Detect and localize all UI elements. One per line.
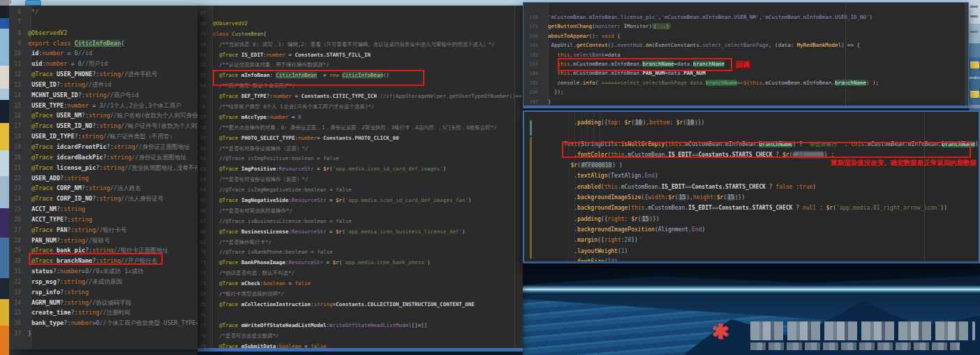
- code-line[interactable]: 78 /*是否可点击提交数据*/: [198, 331, 523, 342]
- code-line[interactable]: 24 @Trace CORP_ID_NO?:string//法人身份证号: [9, 194, 198, 204]
- code-line[interactable]: .backgroundImagePosition(Alignment.End): [524, 224, 979, 235]
- code-line[interactable]: 20 @Trace idcardBackPic?:string//身份证反面图地…: [9, 152, 198, 163]
- dock-icon-sliver[interactable]: [0, 6, 9, 18]
- code-line[interactable]: 170'mCustomBean.mInfoBean.license_pic','…: [524, 13, 968, 22]
- code-line[interactable]: .padding({top: $r(10),bottom: $r(10)}): [524, 117, 979, 128]
- code-line[interactable]: .layoutWeight(1): [524, 246, 979, 256]
- code-line[interactable]: 17 @Trace USER_ID_NO?:string//账户证件号(收款为个…: [9, 121, 198, 131]
- code-line[interactable]: [524, 128, 979, 138]
- code-line[interactable]: 32 rsp_msg?:string//未成功原因: [9, 277, 198, 287]
- code-line[interactable]: 48@ObservedV2: [198, 19, 523, 29]
- code-line[interactable]: 7: [9, 17, 198, 28]
- code-line[interactable]: 50 /**当前状态 0: 填写，1: 编辑,2: 查看（只可查看不可编辑。在认…: [198, 40, 523, 50]
- code-line[interactable]: 62 @Trace ImgPositive:ResourceStr = $r('…: [198, 164, 523, 175]
- code-line[interactable]: 16 @Trace USER_NM?:string//账户名称(收款为个人则写身…: [9, 110, 198, 121]
- code-line[interactable]: 10 id:number = 0//id: [9, 48, 198, 59]
- code-line[interactable]: 21 @Trace license_pic?:string//营业执照图地址,没…: [9, 163, 198, 173]
- code-line[interactable]: 57 @Trace mAccType:number = 0: [198, 113, 523, 123]
- code-line[interactable]: .backgroundImageSize({width:$r(15),heigh…: [524, 192, 979, 203]
- dock-icon-sliver[interactable]: [0, 89, 9, 100]
- folder-icon[interactable]: [25, 0, 41, 6]
- code-line[interactable]: 70 //@Trace isBankPhone:boolean = false: [198, 247, 523, 258]
- code-line[interactable]: 14 MCHNT_USER_ID?:string//商户号id: [9, 90, 198, 101]
- dock-icon-sliver[interactable]: [0, 176, 9, 208]
- dock-icon-sliver[interactable]: [0, 208, 9, 238]
- dock-icon-sliver[interactable]: [0, 29, 9, 66]
- code-line[interactable]: 171getButtonChang(monitor: IMonitor){...…: [524, 22, 968, 31]
- code-line[interactable]: 25 ACCT_NM?:string: [9, 204, 198, 215]
- code-line[interactable]: 196 });: [524, 87, 968, 96]
- code-line[interactable]: 190aboutToAppear(): void {: [524, 31, 968, 41]
- code-line[interactable]: 37}: [9, 328, 198, 339]
- code-line[interactable]: 27 @Trace PAN?:string//银行卡号: [9, 225, 198, 236]
- code-line[interactable]: .padding({right: $r(15)}): [524, 214, 979, 224]
- code-line[interactable]: 191 AppUtil.getContext().eventHub.on(Eve…: [524, 41, 968, 50]
- code-line[interactable]: 77 @Trace mWriteOffStateHeadListModel:Wr…: [198, 321, 523, 331]
- dock-icon-sliver[interactable]: [0, 100, 9, 123]
- code-line[interactable]: .backgroundImage(this.mCustomBean.IS_EDI…: [524, 203, 979, 213]
- code-line[interactable]: 35 create_time?:string//注册时间: [9, 307, 198, 318]
- code-line[interactable]: 47: [198, 8, 523, 19]
- code-line[interactable]: 63 /**是否有对省份证做操作（反面）*/: [198, 175, 523, 185]
- dock-icon-sliver[interactable]: [0, 18, 9, 29]
- code-line[interactable]: 60 /**是否有对身份证做操作（正面）*/: [198, 144, 523, 154]
- code-line[interactable]: 73 @Trace mCheck:boolean = false: [198, 279, 523, 289]
- code-line[interactable]: 74 /*银行卡类型选择的说明*/: [198, 289, 523, 300]
- code-line[interactable]: 195 console.info(`======select_selectBan…: [524, 78, 968, 87]
- code-line[interactable]: 76: [198, 310, 523, 321]
- code-line[interactable]: 56 /**结算账户类型 0个人 1企业(只有个体工商户才有这个选择)*/: [198, 102, 523, 113]
- desktop-folder-icon[interactable]: [970, 61, 979, 68]
- scrollbar[interactable]: [965, 3, 968, 106]
- code-line[interactable]: 33 rsp_info?:string: [9, 287, 198, 298]
- code-editor-eventhub[interactable]: 170'mCustomBean.mInfoBean.license_pic','…: [524, 3, 968, 106]
- code-line[interactable]: 49class CustomBean{: [198, 29, 523, 40]
- dock-icon-sliver[interactable]: [0, 123, 9, 150]
- code-line[interactable]: .fontSize(14): [524, 256, 979, 261]
- code-line[interactable]: 34 AGRM_NUM?:string//协议编码字段: [9, 298, 198, 308]
- desktop-folder-icon[interactable]: [970, 91, 979, 98]
- code-line[interactable]: 55 @Trace DEF_TYPE?:number = Constants.C…: [198, 92, 523, 102]
- code-line[interactable]: 67 //@Trace isBusinessLicense:boolean = …: [198, 217, 523, 227]
- dock-icon-sliver[interactable]: [0, 150, 9, 176]
- code-line[interactable]: 69 /**是否操作银行卡*/: [198, 238, 523, 248]
- code-editor-custombean[interactable]: 4748@ObservedV249class CustomBean{50 /**…: [198, 6, 523, 348]
- code-line[interactable]: .margin({right:20}): [524, 235, 979, 245]
- code-line[interactable]: 51 @Trace IS_EDIT:number = Constants.STA…: [198, 50, 523, 61]
- code-line[interactable]: 19 @Trace idcardFrontPic?:string//身份证正面图…: [9, 142, 198, 152]
- dock-icon-sliver[interactable]: [0, 278, 9, 299]
- code-line[interactable]: 28 PAN_NUM?:string//银联号: [9, 236, 198, 246]
- code-editor-text-builder[interactable]: .padding({top: $r(10),bottom: $r(10)}) T…: [524, 112, 979, 261]
- code-line[interactable]: .enabled(this.mCustomBean.IS_EDIT==Const…: [524, 182, 979, 192]
- code-line[interactable]: 8@ObservedV2: [9, 28, 198, 38]
- code-line[interactable]: 61 //@Trace isImgPositive:boolean = fals…: [198, 154, 523, 164]
- code-line[interactable]: 6 */: [9, 7, 198, 17]
- code-line[interactable]: 59 @Trace PHOTO_SELECT_TYPE:number= Cons…: [198, 133, 523, 144]
- code-line[interactable]: 64 //@Trace isImgNegativeSide:boolean = …: [198, 185, 523, 196]
- dock-icon-sliver[interactable]: [0, 66, 9, 89]
- code-line[interactable]: .textAlign(TextAlign.End): [524, 171, 979, 181]
- dock-icon-sliver[interactable]: [0, 238, 9, 278]
- code-line[interactable]: 36 bank_type?:number=0//个体工商户收款类型 USER_T…: [9, 318, 198, 328]
- code-line[interactable]: 71 @Trace BankPhoneImage:ResourceStr = $…: [198, 258, 523, 268]
- code-line[interactable]: 31 status?:number=0//0=未成功 1=成功: [9, 266, 198, 277]
- code-line[interactable]: 66 /**是否有对营业执照做操作*/: [198, 206, 523, 217]
- code-line[interactable]: 79 @Trace mSubmitData:boolean = false: [198, 342, 523, 349]
- code-line[interactable]: 68 @Trace BusinessLicense:ResourceStr = …: [198, 227, 523, 238]
- code-line[interactable]: 75 @Trace mCollectionInstruction:string=…: [198, 300, 523, 310]
- code-line[interactable]: 65 @Trace ImgNegativeSide:ResourceStr = …: [198, 196, 523, 206]
- code-line[interactable]: 12 @Trace USER_PHONE?:string//进件手机号: [9, 69, 198, 80]
- code-line[interactable]: 22 USER_ADD?:string: [9, 173, 198, 184]
- code-line[interactable]: 11 uid:number = 0//用户id: [9, 59, 198, 69]
- code-line[interactable]: 197}: [524, 97, 968, 106]
- code-line[interactable]: 72 /*协议是否勾选，默认不勾选*/: [198, 268, 523, 279]
- code-line[interactable]: 15 USER_TYPE:number = 3//1个人,2企业,3个体工商户: [9, 101, 198, 111]
- code-line[interactable]: 26 ACCT_TYPE?:string: [9, 215, 198, 225]
- code-line[interactable]: 13 USER_ID?:string//进件id: [9, 80, 198, 90]
- code-line[interactable]: 58 /**图片点击操作的对象，0: 身份证正面，1，身份证反面，2营业执照，3…: [198, 123, 523, 133]
- dock-icon-sliver[interactable]: [0, 299, 9, 326]
- code-line[interactable]: 9export class CiticInfoBean{: [9, 38, 198, 49]
- code-line[interactable]: 18 USER_ID_TYPE?:string//账户证件类型（不用管）: [9, 131, 198, 142]
- code-line[interactable]: 23 @Trace CORP_NM?:string//法人姓名: [9, 183, 198, 194]
- dock-icon-sliver[interactable]: [0, 0, 9, 6]
- dock-icon-sliver[interactable]: [0, 326, 9, 355]
